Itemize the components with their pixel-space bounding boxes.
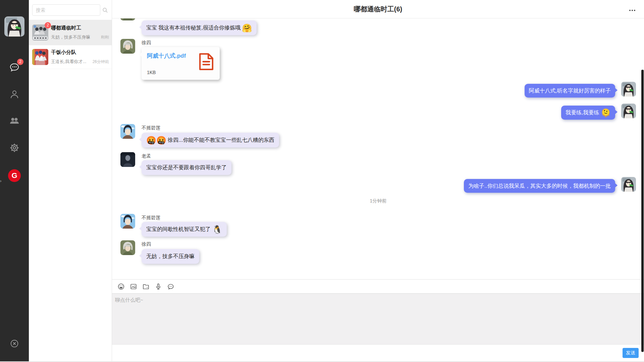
message-row: 老孟 宝宝你还是不要跟着你四哥乱学了 <box>120 152 636 175</box>
message-bubble: 宝宝你还是不要跟着你四哥乱学了 <box>142 160 231 175</box>
collapse-handle-icon[interactable] <box>0 178 3 184</box>
group-icon <box>9 115 20 126</box>
message-bubble: 我要练,我要练 🫠 <box>561 106 615 120</box>
message-input[interactable] <box>112 293 644 345</box>
image-icon[interactable] <box>129 283 138 291</box>
close-circle-icon <box>9 339 19 349</box>
group-avatar <box>32 49 48 65</box>
sender-name: 徐四 <box>142 39 151 46</box>
group-avatar: 2 <box>32 24 48 41</box>
message-bubble: 无妨，技多不压身嘛 <box>142 249 199 264</box>
contacts-nav-button[interactable] <box>9 89 20 100</box>
pdf-file-icon <box>198 52 214 75</box>
conversation-list: 2 哪都通临时工 无妨，技多不压身嘛 刚刚 干饭小分队 王道长,我看你才... … <box>29 0 112 361</box>
message-bubble: 宝宝 我这有本祖传秘笈,很适合你修炼哦 🤗 <box>142 20 257 35</box>
avatar-self[interactable] <box>621 177 636 192</box>
conversation-time: 刚刚 <box>101 35 109 40</box>
chat-header: 哪都通临时工(6) <box>112 0 644 18</box>
conversation-time: 26分钟前 <box>93 59 109 65</box>
file-name[interactable]: 阿威十八式.pdf <box>147 52 186 60</box>
app-logo[interactable]: G <box>8 169 21 182</box>
emoji-icon[interactable] <box>117 283 125 291</box>
send-button[interactable]: 发送 <box>623 348 639 358</box>
nav-rail: 2 G <box>0 0 29 361</box>
message-row: 阿威十八式,听名字就好厉害的样子 <box>120 82 636 98</box>
search-icon[interactable] <box>100 4 110 16</box>
avatar-xusi[interactable] <box>120 18 135 20</box>
hugging-face-emoji: 🤗 <box>242 23 252 33</box>
message-row: 徐四 阿威十八式.pdf 1KB <box>120 39 636 80</box>
message-bubble: 宝宝的间歇性机智证又犯了 🐧 <box>142 222 227 237</box>
composer-toolbar <box>112 279 644 293</box>
microphone-icon[interactable] <box>154 283 162 291</box>
sender-name: 老孟 <box>142 152 151 160</box>
chat-title: 哪都通临时工(6) <box>112 0 644 18</box>
sender-name: 不摇碧莲 <box>142 214 160 221</box>
message-row: 不摇碧莲 🤬🤬 徐四...你能不能不教宝宝一些乱七八糟的东西 <box>120 124 636 147</box>
chat-panel: 哪都通临时工(6) 宝宝 我这有本祖传秘笈,很适合你修炼哦 🤗 徐四 阿威十八式… <box>112 0 644 361</box>
search-bar <box>29 0 112 20</box>
conversation-item-ganfan[interactable]: 干饭小分队 王道长,我看你才... 26分钟前 <box>29 45 112 69</box>
app-window: 2 G 2 <box>0 0 644 362</box>
logo-letter: G <box>11 171 17 180</box>
avatar-bilian[interactable] <box>120 124 135 139</box>
message-row: 不摇碧莲 宝宝的间歇性机智证又犯了 🐧 <box>120 214 636 237</box>
avatar-self[interactable] <box>621 82 636 97</box>
logout-button[interactable] <box>9 339 19 349</box>
avatar-bilian[interactable] <box>120 214 135 229</box>
message-bubble: 🤬🤬 徐四...你能不能不教宝宝一些乱七八糟的东西 <box>142 133 279 147</box>
avatar-xusi[interactable] <box>120 39 135 54</box>
folder-icon[interactable] <box>142 283 150 291</box>
unread-count-badge: 2 <box>17 59 23 65</box>
conversation-preview: 无妨，技多不压身嘛 <box>51 34 90 40</box>
conversation-preview: 王道长,我看你才... <box>51 59 86 65</box>
user-avatar[interactable] <box>4 16 24 37</box>
scrollbar[interactable] <box>641 70 644 352</box>
message-bubble: 为啥子..你们总说我呆瓜，其实大多的时候，我都机制的一批 <box>464 179 615 193</box>
message-row: 为啥子..你们总说我呆瓜，其实大多的时候，我都机制的一批 <box>120 177 636 193</box>
avatar-laomeng[interactable] <box>120 152 135 167</box>
angry-face-emoji: 🤬🤬 <box>146 136 166 145</box>
person-icon <box>9 89 20 100</box>
settings-nav-button[interactable] <box>9 142 20 153</box>
unread-count-badge: 2 <box>45 22 51 28</box>
avatar-xusi[interactable] <box>120 240 135 255</box>
message-row: 徐四 无妨，技多不压身嘛 <box>120 240 636 264</box>
file-attachment-card[interactable]: 阿威十八式.pdf 1KB <box>142 47 220 80</box>
message-bubble: 阿威十八式,听名字就好厉害的样子 <box>525 84 615 98</box>
send-row: 发送 <box>112 345 644 361</box>
composer: 发送 <box>112 279 644 361</box>
chat-history-icon[interactable] <box>167 283 175 291</box>
melting-face-emoji: 🫠 <box>601 108 611 117</box>
groups-nav-button[interactable] <box>9 115 20 126</box>
more-menu-icon[interactable] <box>628 8 637 12</box>
search-input[interactable] <box>32 4 100 16</box>
time-divider: 1分钟前 <box>120 197 636 204</box>
chats-nav-button[interactable]: 2 <box>9 62 20 72</box>
conversation-title: 干饭小分队 <box>51 49 109 56</box>
message-row: 我要练,我要练 🫠 <box>120 104 636 120</box>
avatar-self[interactable] <box>621 104 636 118</box>
file-size: 1KB <box>147 70 186 75</box>
message-list: 宝宝 我这有本祖传秘笈,很适合你修炼哦 🤗 徐四 阿威十八式.pdf 1KB <box>112 18 644 279</box>
penguin-emoji: 🐧 <box>212 225 222 234</box>
gear-icon <box>9 142 20 153</box>
sender-name: 不摇碧莲 <box>142 124 160 131</box>
sender-name: 徐四 <box>142 240 151 248</box>
conversation-title: 哪都通临时工 <box>51 25 109 31</box>
message-row: 宝宝 我这有本祖传秘笈,很适合你修炼哦 🤗 <box>120 18 636 35</box>
conversation-item-nadoutong[interactable]: 2 哪都通临时工 无妨，技多不压身嘛 刚刚 <box>29 20 112 45</box>
